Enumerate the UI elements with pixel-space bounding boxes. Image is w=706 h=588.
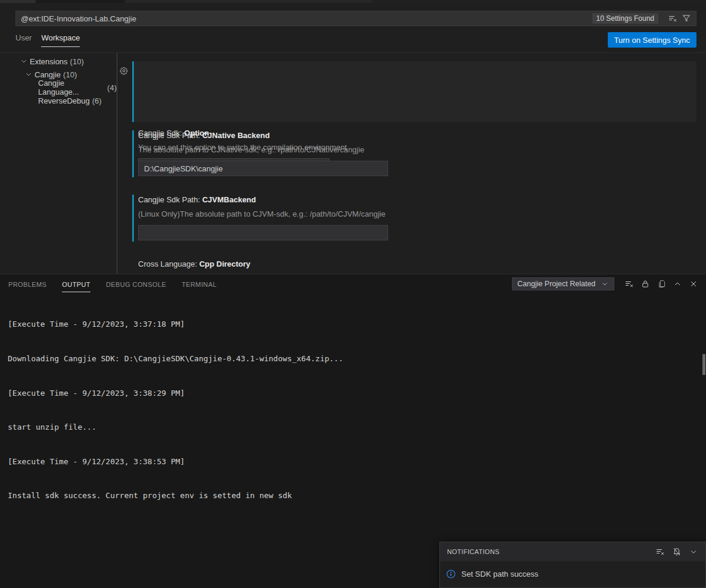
setting-row-cangjie-sdk-option: Cangjie Sdk: Option You can set this opt… [132, 61, 696, 122]
tab-output[interactable]: OUTPUT [62, 276, 90, 292]
toc-resize-sash[interactable] [117, 53, 117, 274]
setting-row-cjvm-backend-path: Cangjie Sdk Path: CJVMBackend (Linux Onl… [132, 195, 696, 242]
filter-icon[interactable] [682, 14, 691, 23]
settings-toc: Extensions (10) Cangjie (10) Cangjie Lan… [0, 55, 117, 107]
toc-item-extensions[interactable]: Extensions (10) [0, 55, 117, 68]
notifications-title: NOTIFICATIONS [447, 548, 499, 555]
tabstrip-segment [0, 0, 36, 3]
setting-title-key: CJNative Backend [202, 131, 270, 140]
tab-debug-console[interactable]: DEBUG CONSOLE [106, 276, 166, 292]
bottom-panel: PROBLEMS OUTPUT DEBUG CONSOLE TERMINAL C… [0, 274, 706, 588]
vscode-settings-window: 10 Settings Found User Workspace Turn on… [0, 0, 706, 588]
output-channel-select[interactable]: Cangjie Project Related [512, 277, 614, 290]
close-panel-icon[interactable] [689, 279, 698, 289]
setting-title-prefix: Cangjie Sdk Path: [138, 195, 202, 204]
chevron-down-icon [601, 280, 609, 288]
clear-output-icon[interactable] [624, 279, 634, 289]
setting-title-key: Cpp Directory [199, 259, 251, 268]
chevron-down-icon[interactable] [20, 57, 28, 65]
settings-scope-tabs: User Workspace [15, 33, 80, 49]
output-log[interactable]: [Execute Time - 9/12/2023, 3:37:18 PM] D… [8, 296, 343, 524]
setting-edit-gear-icon[interactable] [120, 67, 128, 75]
toc-item-label: Extensions [30, 57, 68, 66]
toc-item-label: Cangjie [35, 70, 61, 79]
settings-found-badge: 10 Settings Found [592, 13, 658, 24]
info-icon [446, 569, 456, 579]
tabstrip-segment [125, 0, 372, 3]
notifications-center: NOTIFICATIONS Set SDK path success [439, 542, 706, 588]
setting-row-cjnative-backend-path: Cangjie Sdk Path: CJNative Backend The a… [132, 130, 696, 177]
editor-tabstrip-sliver [0, 0, 706, 3]
cjnative-sdk-path-input[interactable] [138, 161, 388, 176]
output-line: Downloading Cangjie SDK: D:\CangjieSDK\C… [8, 353, 343, 364]
cjvm-sdk-path-input[interactable] [138, 225, 388, 240]
toc-item-count: (10) [63, 70, 77, 79]
settings-search-box[interactable]: 10 Settings Found [15, 11, 696, 26]
chevron-down-icon[interactable] [24, 70, 33, 79]
tabstrip-segment [36, 0, 125, 3]
toc-item-label: ReverseDebug [38, 96, 90, 105]
select-value: Cangjie Project Related [517, 280, 595, 288]
clear-all-notifications-icon[interactable] [655, 547, 665, 556]
maximize-panel-icon[interactable] [673, 279, 682, 289]
tab-workspace[interactable]: Workspace [41, 33, 80, 47]
tab-terminal[interactable]: TERMINAL [182, 276, 217, 292]
collapse-notifications-icon[interactable] [689, 547, 698, 556]
panel-scrollbar-thumb[interactable] [702, 354, 705, 375]
modified-indicator [132, 195, 134, 242]
setting-description: The absolute path to CJNative-sdk, e.g.:… [138, 145, 364, 154]
do-not-disturb-icon[interactable] [672, 547, 682, 556]
output-line: Install sdk success. Current project env… [8, 490, 343, 501]
setting-title-prefix: Cangjie Sdk Path: [138, 131, 202, 140]
modified-indicator [132, 130, 134, 177]
panel-actions: Cangjie Project Related [512, 277, 698, 290]
toc-item-count: (6) [92, 96, 102, 105]
tab-problems[interactable]: PROBLEMS [8, 276, 46, 292]
setting-description: (Linux Only)The absolute path to CJVM-sd… [138, 209, 385, 218]
setting-title: Cangjie Sdk Path: CJVMBackend [138, 195, 256, 204]
setting-title: Cangjie Sdk Path: CJNative Backend [138, 131, 270, 140]
turn-on-settings-sync-button[interactable]: Turn on Settings Sync [608, 32, 696, 48]
open-output-in-editor-icon[interactable] [657, 279, 666, 289]
clear-filters-icon[interactable] [668, 14, 677, 23]
notifications-header: NOTIFICATIONS [440, 542, 705, 561]
output-line: [Execute Time - 9/12/2023, 3:38:53 PM] [8, 456, 343, 467]
lock-scroll-icon[interactable] [641, 279, 650, 289]
header-divider [0, 52, 706, 53]
output-line: start unzip file... [8, 421, 343, 433]
tab-user[interactable]: User [15, 33, 32, 46]
notification-item[interactable]: Set SDK path success [440, 561, 705, 587]
panel-header: PROBLEMS OUTPUT DEBUG CONSOLE TERMINAL C… [0, 274, 706, 293]
toc-item-count: (10) [70, 57, 84, 66]
setting-title: Cross Language: Cpp Directory [138, 259, 251, 268]
toc-item-count: (4) [107, 83, 117, 92]
toc-item-reversedebug[interactable]: ReverseDebug (6) [0, 94, 117, 107]
setting-title-prefix: Cross Language: [138, 259, 199, 268]
setting-title-key: CJVMBackend [202, 195, 256, 204]
output-line: [Execute Time - 9/12/2023, 3:37:18 PM] [8, 318, 343, 330]
notification-message: Set SDK path success [461, 570, 538, 578]
notifications-actions [655, 547, 698, 556]
setting-row-cross-language-cpp-directory: Cross Language: Cpp Directory [132, 259, 696, 274]
output-line: [Execute Time - 9/12/2023, 3:38:29 PM] [8, 387, 343, 399]
panel-tabs: PROBLEMS OUTPUT DEBUG CONSOLE TERMINAL [8, 274, 217, 293]
settings-search-input[interactable] [21, 14, 592, 23]
toc-item-cangjie-language[interactable]: Cangjie Language... (4) [0, 81, 117, 94]
modified-indicator [132, 61, 134, 122]
